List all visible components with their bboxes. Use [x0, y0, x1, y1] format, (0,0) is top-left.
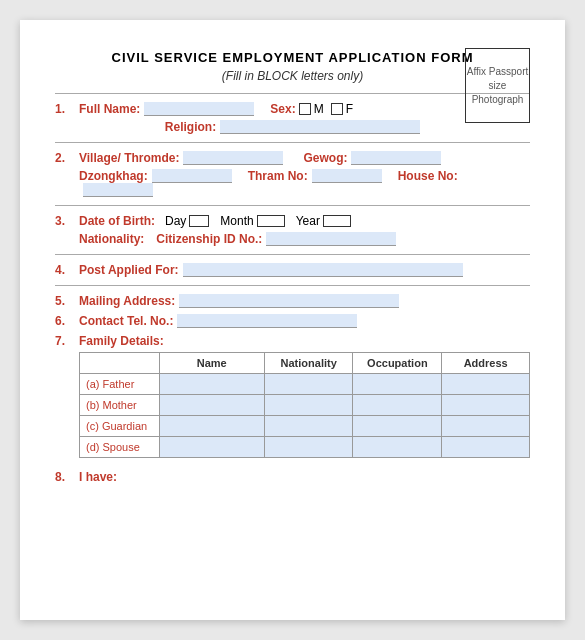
num-2: 2.: [55, 151, 73, 165]
m-label: M: [314, 102, 324, 116]
mailing-input[interactable]: [179, 294, 399, 308]
spouse-nationality-cell[interactable]: [264, 437, 353, 458]
father-name-cell[interactable]: [159, 374, 264, 395]
section-3: 3. Date of Birth: Day Month Year Nationa…: [55, 214, 530, 246]
house-label: House No:: [398, 169, 458, 183]
sex-m-checkbox[interactable]: [299, 103, 311, 115]
f-label: F: [346, 102, 353, 116]
sex-f-checkbox[interactable]: [331, 103, 343, 115]
divider-4: [55, 285, 530, 286]
religion-input[interactable]: [220, 120, 420, 134]
divider-2: [55, 205, 530, 206]
family-table-container: Name Nationality Occupation Address (a) …: [79, 352, 530, 458]
post-input[interactable]: [183, 263, 463, 277]
table-row: (b) Mother: [80, 395, 530, 416]
th-occupation: Occupation: [353, 353, 442, 374]
dzongkhag-label: Dzongkhag:: [79, 169, 148, 183]
section-1: 1. Full Name: Sex: M F Religion:: [55, 102, 530, 134]
th-nationality: Nationality: [264, 353, 353, 374]
guardian-nationality-cell[interactable]: [264, 416, 353, 437]
th-name: Name: [159, 353, 264, 374]
section-6: 6. Contact Tel. No.:: [55, 314, 530, 328]
num-4: 4.: [55, 263, 73, 277]
divider-1: [55, 142, 530, 143]
table-row: (a) Father: [80, 374, 530, 395]
th-address: Address: [442, 353, 530, 374]
village-input[interactable]: [183, 151, 283, 165]
year-label-text: Year: [296, 214, 320, 228]
th-member: [80, 353, 160, 374]
passport-label: Affix Passport size Photograph: [466, 65, 529, 107]
dzongkhag-input[interactable]: [152, 169, 232, 183]
mother-name-cell[interactable]: [159, 395, 264, 416]
sex-label: Sex:: [270, 102, 295, 116]
section-2: 2. Village/ Thromde: Gewog: Dzongkhag: T…: [55, 151, 530, 197]
spouse-occupation-cell[interactable]: [353, 437, 442, 458]
guardian-name-cell[interactable]: [159, 416, 264, 437]
father-address-cell[interactable]: [442, 374, 530, 395]
spouse-name-cell[interactable]: [159, 437, 264, 458]
last-label: I have:: [79, 470, 117, 484]
num-7: 7.: [55, 334, 73, 348]
contact-input[interactable]: [177, 314, 357, 328]
divider-3: [55, 254, 530, 255]
section-5: 5. Mailing Address:: [55, 294, 530, 308]
citizenship-label: Citizenship ID No.:: [156, 232, 262, 246]
guardian-address-cell[interactable]: [442, 416, 530, 437]
month-input-box[interactable]: [257, 215, 285, 227]
divider-top: [55, 93, 530, 94]
section-8: 8. I have:: [55, 470, 530, 484]
father-occupation-cell[interactable]: [353, 374, 442, 395]
mailing-label: Mailing Address:: [79, 294, 175, 308]
spouse-address-cell[interactable]: [442, 437, 530, 458]
num-3: 3.: [55, 214, 73, 228]
thram-input[interactable]: [312, 169, 382, 183]
num-8: 8.: [55, 470, 73, 484]
dob-label: Date of Birth:: [79, 214, 155, 228]
contact-label: Contact Tel. No.:: [79, 314, 173, 328]
table-row: (d) Spouse: [80, 437, 530, 458]
num-5: 5.: [55, 294, 73, 308]
section-7: 7. Family Details: Name Nationality Occu…: [55, 334, 530, 458]
form-title: CIVIL SERVICE EMPLOYMENT APPLICATION FOR…: [55, 50, 530, 65]
form-subtitle: (Fill in BLOCK letters only): [55, 69, 530, 83]
gewog-input[interactable]: [351, 151, 441, 165]
member-guardian: (c) Guardian: [80, 416, 160, 437]
table-row: (c) Guardian: [80, 416, 530, 437]
member-mother: (b) Mother: [80, 395, 160, 416]
post-label: Post Applied For:: [79, 263, 179, 277]
religion-label: Religion:: [165, 120, 216, 134]
father-nationality-cell[interactable]: [264, 374, 353, 395]
mother-address-cell[interactable]: [442, 395, 530, 416]
village-label: Village/ Thromde:: [79, 151, 179, 165]
form-page: CIVIL SERVICE EMPLOYMENT APPLICATION FOR…: [20, 20, 565, 620]
mother-nationality-cell[interactable]: [264, 395, 353, 416]
passport-box: Affix Passport size Photograph: [465, 48, 530, 123]
full-name-input[interactable]: [144, 102, 254, 116]
month-label-text: Month: [220, 214, 253, 228]
house-input[interactable]: [83, 183, 153, 197]
nationality-label: Nationality:: [79, 232, 144, 246]
gewog-label: Gewog:: [303, 151, 347, 165]
family-table: Name Nationality Occupation Address (a) …: [79, 352, 530, 458]
num-1: 1.: [55, 102, 73, 116]
citizenship-input[interactable]: [266, 232, 396, 246]
member-father: (a) Father: [80, 374, 160, 395]
thram-label: Thram No:: [248, 169, 308, 183]
member-spouse: (d) Spouse: [80, 437, 160, 458]
family-label: Family Details:: [79, 334, 164, 348]
day-input-box[interactable]: [189, 215, 209, 227]
section-4: 4. Post Applied For:: [55, 263, 530, 277]
year-input-box[interactable]: [323, 215, 351, 227]
full-name-label: Full Name:: [79, 102, 140, 116]
guardian-occupation-cell[interactable]: [353, 416, 442, 437]
num-6: 6.: [55, 314, 73, 328]
day-label-text: Day: [165, 214, 186, 228]
mother-occupation-cell[interactable]: [353, 395, 442, 416]
table-header-row: Name Nationality Occupation Address: [80, 353, 530, 374]
